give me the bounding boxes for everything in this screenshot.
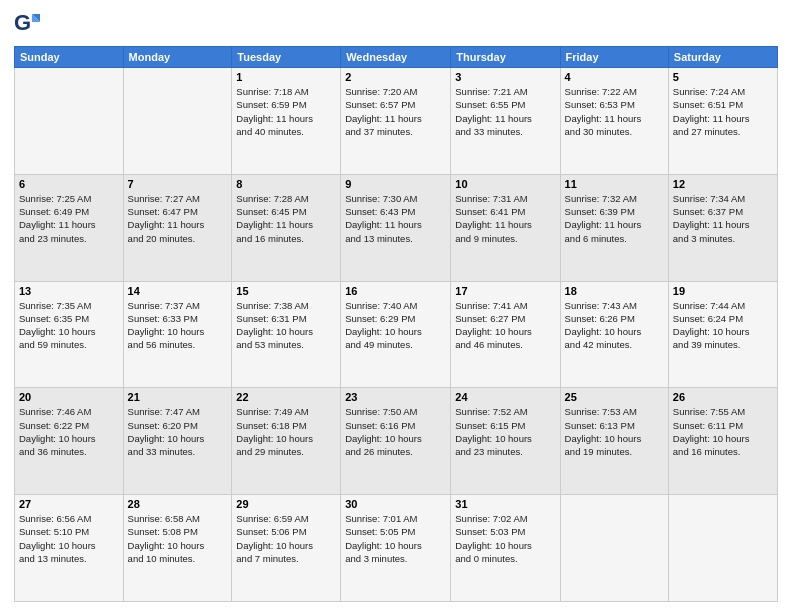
calendar-cell: 5Sunrise: 7:24 AM Sunset: 6:51 PM Daylig… <box>668 68 777 175</box>
calendar-week-row: 13Sunrise: 7:35 AM Sunset: 6:35 PM Dayli… <box>15 281 778 388</box>
day-number: 13 <box>19 285 119 297</box>
calendar-week-row: 6Sunrise: 7:25 AM Sunset: 6:49 PM Daylig… <box>15 174 778 281</box>
day-info: Sunrise: 7:27 AM Sunset: 6:47 PM Dayligh… <box>128 192 228 245</box>
day-info: Sunrise: 7:21 AM Sunset: 6:55 PM Dayligh… <box>455 85 555 138</box>
calendar-cell: 26Sunrise: 7:55 AM Sunset: 6:11 PM Dayli… <box>668 388 777 495</box>
calendar-cell: 28Sunrise: 6:58 AM Sunset: 5:08 PM Dayli… <box>123 495 232 602</box>
calendar-cell <box>560 495 668 602</box>
calendar-cell: 19Sunrise: 7:44 AM Sunset: 6:24 PM Dayli… <box>668 281 777 388</box>
calendar-cell: 2Sunrise: 7:20 AM Sunset: 6:57 PM Daylig… <box>341 68 451 175</box>
calendar-week-row: 1Sunrise: 7:18 AM Sunset: 6:59 PM Daylig… <box>15 68 778 175</box>
day-number: 25 <box>565 391 664 403</box>
calendar-cell: 31Sunrise: 7:02 AM Sunset: 5:03 PM Dayli… <box>451 495 560 602</box>
col-monday: Monday <box>123 47 232 68</box>
calendar-week-row: 20Sunrise: 7:46 AM Sunset: 6:22 PM Dayli… <box>15 388 778 495</box>
day-info: Sunrise: 7:31 AM Sunset: 6:41 PM Dayligh… <box>455 192 555 245</box>
day-info: Sunrise: 7:34 AM Sunset: 6:37 PM Dayligh… <box>673 192 773 245</box>
day-number: 12 <box>673 178 773 190</box>
day-info: Sunrise: 7:37 AM Sunset: 6:33 PM Dayligh… <box>128 299 228 352</box>
calendar-cell: 29Sunrise: 6:59 AM Sunset: 5:06 PM Dayli… <box>232 495 341 602</box>
day-number: 5 <box>673 71 773 83</box>
day-number: 4 <box>565 71 664 83</box>
day-info: Sunrise: 7:44 AM Sunset: 6:24 PM Dayligh… <box>673 299 773 352</box>
calendar-cell: 4Sunrise: 7:22 AM Sunset: 6:53 PM Daylig… <box>560 68 668 175</box>
day-number: 6 <box>19 178 119 190</box>
day-info: Sunrise: 7:20 AM Sunset: 6:57 PM Dayligh… <box>345 85 446 138</box>
day-info: Sunrise: 7:55 AM Sunset: 6:11 PM Dayligh… <box>673 405 773 458</box>
day-info: Sunrise: 7:32 AM Sunset: 6:39 PM Dayligh… <box>565 192 664 245</box>
calendar-cell: 22Sunrise: 7:49 AM Sunset: 6:18 PM Dayli… <box>232 388 341 495</box>
day-number: 8 <box>236 178 336 190</box>
day-number: 16 <box>345 285 446 297</box>
header: G <box>14 10 778 38</box>
logo-icon: G <box>14 10 42 38</box>
day-info: Sunrise: 7:18 AM Sunset: 6:59 PM Dayligh… <box>236 85 336 138</box>
svg-text:G: G <box>14 10 31 35</box>
day-number: 31 <box>455 498 555 510</box>
day-info: Sunrise: 7:30 AM Sunset: 6:43 PM Dayligh… <box>345 192 446 245</box>
day-info: Sunrise: 7:46 AM Sunset: 6:22 PM Dayligh… <box>19 405 119 458</box>
calendar-cell: 12Sunrise: 7:34 AM Sunset: 6:37 PM Dayli… <box>668 174 777 281</box>
day-info: Sunrise: 7:28 AM Sunset: 6:45 PM Dayligh… <box>236 192 336 245</box>
day-number: 27 <box>19 498 119 510</box>
col-saturday: Saturday <box>668 47 777 68</box>
day-info: Sunrise: 6:56 AM Sunset: 5:10 PM Dayligh… <box>19 512 119 565</box>
day-info: Sunrise: 7:22 AM Sunset: 6:53 PM Dayligh… <box>565 85 664 138</box>
day-number: 10 <box>455 178 555 190</box>
calendar-cell: 10Sunrise: 7:31 AM Sunset: 6:41 PM Dayli… <box>451 174 560 281</box>
day-number: 7 <box>128 178 228 190</box>
day-info: Sunrise: 7:52 AM Sunset: 6:15 PM Dayligh… <box>455 405 555 458</box>
logo: G <box>14 10 46 38</box>
calendar-cell: 25Sunrise: 7:53 AM Sunset: 6:13 PM Dayli… <box>560 388 668 495</box>
day-info: Sunrise: 7:49 AM Sunset: 6:18 PM Dayligh… <box>236 405 336 458</box>
day-number: 2 <box>345 71 446 83</box>
calendar-cell: 16Sunrise: 7:40 AM Sunset: 6:29 PM Dayli… <box>341 281 451 388</box>
day-info: Sunrise: 7:02 AM Sunset: 5:03 PM Dayligh… <box>455 512 555 565</box>
day-number: 19 <box>673 285 773 297</box>
day-number: 1 <box>236 71 336 83</box>
day-info: Sunrise: 7:50 AM Sunset: 6:16 PM Dayligh… <box>345 405 446 458</box>
calendar-header: Sunday Monday Tuesday Wednesday Thursday… <box>15 47 778 68</box>
calendar-cell <box>668 495 777 602</box>
day-number: 9 <box>345 178 446 190</box>
calendar-cell: 17Sunrise: 7:41 AM Sunset: 6:27 PM Dayli… <box>451 281 560 388</box>
header-row: Sunday Monday Tuesday Wednesday Thursday… <box>15 47 778 68</box>
col-thursday: Thursday <box>451 47 560 68</box>
day-number: 17 <box>455 285 555 297</box>
page-container: G Sunday Monday Tuesday Wednesday Thursd… <box>0 0 792 612</box>
calendar-cell <box>123 68 232 175</box>
col-friday: Friday <box>560 47 668 68</box>
day-number: 18 <box>565 285 664 297</box>
calendar-cell: 13Sunrise: 7:35 AM Sunset: 6:35 PM Dayli… <box>15 281 124 388</box>
day-info: Sunrise: 7:24 AM Sunset: 6:51 PM Dayligh… <box>673 85 773 138</box>
calendar-cell: 6Sunrise: 7:25 AM Sunset: 6:49 PM Daylig… <box>15 174 124 281</box>
calendar-week-row: 27Sunrise: 6:56 AM Sunset: 5:10 PM Dayli… <box>15 495 778 602</box>
calendar-cell: 14Sunrise: 7:37 AM Sunset: 6:33 PM Dayli… <box>123 281 232 388</box>
col-tuesday: Tuesday <box>232 47 341 68</box>
day-number: 28 <box>128 498 228 510</box>
day-number: 20 <box>19 391 119 403</box>
day-info: Sunrise: 7:40 AM Sunset: 6:29 PM Dayligh… <box>345 299 446 352</box>
calendar-cell: 24Sunrise: 7:52 AM Sunset: 6:15 PM Dayli… <box>451 388 560 495</box>
calendar-cell: 1Sunrise: 7:18 AM Sunset: 6:59 PM Daylig… <box>232 68 341 175</box>
day-info: Sunrise: 7:35 AM Sunset: 6:35 PM Dayligh… <box>19 299 119 352</box>
calendar-cell: 18Sunrise: 7:43 AM Sunset: 6:26 PM Dayli… <box>560 281 668 388</box>
calendar-cell: 9Sunrise: 7:30 AM Sunset: 6:43 PM Daylig… <box>341 174 451 281</box>
day-number: 23 <box>345 391 446 403</box>
day-info: Sunrise: 7:01 AM Sunset: 5:05 PM Dayligh… <box>345 512 446 565</box>
calendar-body: 1Sunrise: 7:18 AM Sunset: 6:59 PM Daylig… <box>15 68 778 602</box>
day-info: Sunrise: 7:38 AM Sunset: 6:31 PM Dayligh… <box>236 299 336 352</box>
day-info: Sunrise: 7:25 AM Sunset: 6:49 PM Dayligh… <box>19 192 119 245</box>
day-number: 3 <box>455 71 555 83</box>
calendar-cell: 11Sunrise: 7:32 AM Sunset: 6:39 PM Dayli… <box>560 174 668 281</box>
col-sunday: Sunday <box>15 47 124 68</box>
calendar-cell: 20Sunrise: 7:46 AM Sunset: 6:22 PM Dayli… <box>15 388 124 495</box>
calendar-cell <box>15 68 124 175</box>
calendar-table: Sunday Monday Tuesday Wednesday Thursday… <box>14 46 778 602</box>
calendar-cell: 8Sunrise: 7:28 AM Sunset: 6:45 PM Daylig… <box>232 174 341 281</box>
day-number: 11 <box>565 178 664 190</box>
day-info: Sunrise: 7:53 AM Sunset: 6:13 PM Dayligh… <box>565 405 664 458</box>
day-number: 26 <box>673 391 773 403</box>
calendar-cell: 27Sunrise: 6:56 AM Sunset: 5:10 PM Dayli… <box>15 495 124 602</box>
day-number: 30 <box>345 498 446 510</box>
